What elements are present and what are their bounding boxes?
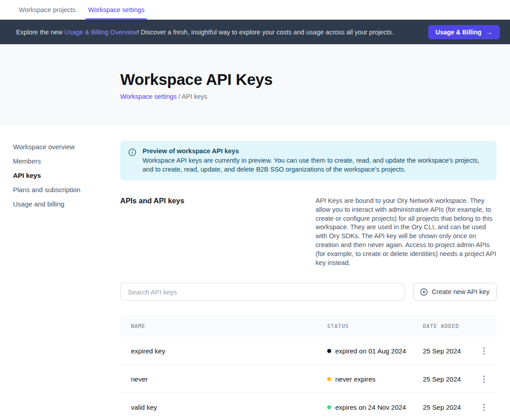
status-text: expires on 24 Nov 2024 xyxy=(335,403,406,411)
api-key-date-added: 25 Sep 2024 xyxy=(423,347,472,355)
api-key-date-added: 25 Sep 2024 xyxy=(423,375,472,383)
plus-circle-icon xyxy=(420,288,428,296)
alert-content: Preview of workspace API keys Workspace … xyxy=(143,147,486,174)
column-header-name: NAME xyxy=(120,323,327,329)
column-header-date-added: DATE ADDED xyxy=(423,323,472,329)
content-area: Workspace overview Members API keys Plan… xyxy=(0,126,510,420)
page-header: Workspace API Keys Workspace settings / … xyxy=(0,44,510,126)
banner-message: Explore the new Usage & Billing Overview… xyxy=(16,29,428,36)
api-key-status: expired on 01 Aug 2024 xyxy=(327,347,423,355)
table-header-row: NAME STATUS DATE ADDED xyxy=(120,315,497,337)
search-input[interactable] xyxy=(120,283,405,301)
tab-workspace-settings[interactable]: Workspace settings xyxy=(85,0,147,20)
sidebar-item-members[interactable]: Members xyxy=(13,157,120,165)
preview-alert: Preview of workspace API keys Workspace … xyxy=(120,141,497,181)
api-key-name: expired key xyxy=(120,347,327,355)
create-api-key-button[interactable]: Create new API key xyxy=(413,283,497,301)
main-panel: Preview of workspace API keys Workspace … xyxy=(120,126,497,420)
status-dot xyxy=(327,349,331,353)
usage-billing-overview-link[interactable]: Usage & Billing Overview xyxy=(64,29,137,36)
settings-sidebar: Workspace overview Members API keys Plan… xyxy=(0,126,120,420)
section-description: API Keys are bound to your Ory Network w… xyxy=(316,197,497,267)
active-tab-underline xyxy=(85,18,147,20)
api-keys-table: NAME STATUS DATE ADDED expired key expir… xyxy=(120,315,497,420)
create-api-key-label: Create new API key xyxy=(432,288,489,295)
api-keys-section-intro: APIs and API keys API Keys are bound to … xyxy=(120,197,497,267)
banner-text-suffix: ! Discover a fresh, insightful way to ex… xyxy=(137,29,394,36)
row-menu-kebab-icon[interactable] xyxy=(479,374,489,384)
table-row: expired key expired on 01 Aug 2024 25 Se… xyxy=(120,337,497,365)
status-dot xyxy=(327,377,331,381)
column-header-status: STATUS xyxy=(327,323,423,329)
usage-billing-button-label: Usage & Billing xyxy=(435,29,481,36)
arrow-right-icon: → xyxy=(486,28,493,36)
row-menu-kebab-icon[interactable] xyxy=(479,345,489,356)
api-key-date-added: 25 Sep 2024 xyxy=(423,403,472,411)
status-text: expired on 01 Aug 2024 xyxy=(335,347,406,355)
api-key-status: never expires xyxy=(327,375,423,383)
tab-label: Workspace settings xyxy=(88,6,144,13)
announcement-banner: Explore the new Usage & Billing Overview… xyxy=(0,20,510,44)
banner-text-prefix: Explore the new xyxy=(16,29,64,36)
section-heading: APIs and API keys xyxy=(120,197,316,267)
info-circle-icon xyxy=(128,148,136,156)
table-row: valid key expires on 24 Nov 2024 25 Sep … xyxy=(120,393,497,420)
table-controls: Create new API key xyxy=(120,283,497,301)
api-key-status: expires on 24 Nov 2024 xyxy=(327,403,423,411)
sidebar-item-api-keys[interactable]: API keys xyxy=(13,172,120,180)
sidebar-item-workspace-overview[interactable]: Workspace overview xyxy=(13,143,120,151)
row-menu-kebab-icon[interactable] xyxy=(479,402,489,412)
page-title: Workspace API Keys xyxy=(120,71,510,88)
api-key-name: never xyxy=(120,375,327,383)
breadcrumb-current: API keys xyxy=(182,93,207,100)
sidebar-item-usage-and-billing[interactable]: Usage and billing xyxy=(13,200,120,208)
table-row: never never expires 25 Sep 2024 xyxy=(120,365,497,393)
alert-body: Workspace API keys are currently in prev… xyxy=(143,156,486,174)
alert-title: Preview of workspace API keys xyxy=(143,147,486,155)
tab-label: Workspace projects xyxy=(19,6,76,13)
status-text: never expires xyxy=(335,375,375,383)
top-tab-bar: Workspace projects Workspace settings xyxy=(0,0,510,20)
status-dot xyxy=(327,405,331,409)
sidebar-item-plans-and-subscription[interactable]: Plans and subscription xyxy=(13,186,120,194)
breadcrumb-workspace-settings-link[interactable]: Workspace settings xyxy=(120,93,177,100)
api-key-name: valid key xyxy=(120,403,327,411)
breadcrumb-separator: / xyxy=(177,93,181,100)
tab-workspace-projects[interactable]: Workspace projects xyxy=(16,0,78,20)
usage-billing-button[interactable]: Usage & Billing → xyxy=(428,25,500,39)
breadcrumb: Workspace settings / API keys xyxy=(120,93,510,100)
